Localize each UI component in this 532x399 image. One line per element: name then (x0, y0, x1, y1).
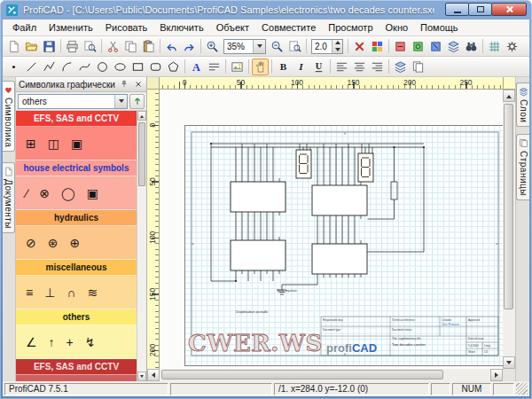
zoom-page-button[interactable] (286, 38, 303, 55)
ic-counter[interactable] (312, 182, 367, 219)
symbol-thumbnail[interactable]: ⊞ (26, 137, 36, 151)
undo-button[interactable] (163, 38, 180, 55)
symbol-category-header[interactable]: EFS, SAS and CCTV (16, 359, 137, 375)
pages-button[interactable] (410, 59, 426, 75)
horizontal-scrollbar[interactable] (147, 369, 503, 381)
tool-line-button[interactable] (23, 59, 40, 75)
ic-counter[interactable] (231, 178, 286, 215)
symbol-thumbnail[interactable]: ◫ (48, 137, 59, 151)
symbol-thumbnail[interactable]: ▣ (87, 186, 98, 200)
zoom-out-button[interactable] (269, 38, 286, 55)
symbol-thumbnail[interactable]: ≡ (26, 286, 33, 300)
scroll-down-button[interactable] (503, 356, 515, 369)
layers-button[interactable] (445, 38, 462, 55)
underline-button[interactable]: U (310, 59, 327, 75)
menu-item-Просмотр[interactable]: Просмотр (322, 20, 379, 35)
symbol-thumbnail[interactable]: ≋ (87, 286, 98, 300)
symbols-scroll-thumb[interactable] (138, 122, 145, 186)
menu-item-Файл[interactable]: Файл (6, 20, 43, 35)
close-button[interactable] (491, 3, 527, 16)
tool-image-button[interactable] (229, 59, 246, 75)
pan-hand-button[interactable] (252, 59, 269, 75)
symbol-thumbnail[interactable]: ⊘ (26, 236, 36, 250)
gear-button[interactable] (504, 38, 520, 55)
tool-field-button[interactable] (206, 59, 223, 75)
sym-green-button[interactable] (410, 38, 426, 55)
symbol-category-header[interactable]: EFS, SAS and CCTV (16, 111, 137, 127)
ruler-corner-button[interactable] (147, 77, 160, 90)
ic-decoder[interactable] (231, 237, 286, 274)
new-page-button[interactable] (5, 38, 22, 55)
tool-dot-button[interactable] (5, 59, 22, 75)
symbol-thumbnail[interactable]: ⊕ (69, 236, 80, 250)
vertical-scroll-thumb[interactable] (504, 104, 513, 309)
align-center-button[interactable] (351, 59, 368, 75)
symbol-thumbnail[interactable]: ⊥ (44, 286, 55, 300)
print-button[interactable] (64, 38, 81, 55)
grid-button[interactable] (486, 38, 503, 55)
line-width-spinner[interactable]: 2.0 (311, 39, 343, 54)
binoculars-button[interactable] (463, 38, 480, 55)
menu-item-Рисовать[interactable]: Рисовать (99, 20, 154, 35)
vertical-scrollbar[interactable] (503, 90, 515, 369)
symbol-thumbnail[interactable]: ∠ (26, 335, 37, 349)
menu-item-Совместите[interactable]: Совместите (255, 20, 322, 35)
seven-segment-display[interactable] (296, 150, 311, 178)
sym-blue-button[interactable] (427, 38, 444, 55)
symbol-category-header[interactable]: hydraulics (16, 210, 137, 226)
preview-button[interactable] (82, 38, 98, 55)
combo-dropdown-icon[interactable] (114, 95, 127, 108)
tab-pages[interactable]: Страницы (516, 134, 529, 200)
tab-documents[interactable]: Документы (3, 162, 15, 233)
pin-icon[interactable] (118, 79, 129, 90)
menu-item-Изменить[interactable]: Изменить (43, 20, 99, 35)
symbol-thumbnail[interactable]: ◯ (61, 186, 75, 200)
symbols-group-combobox[interactable]: others (18, 94, 128, 109)
copy-button[interactable] (122, 38, 139, 55)
symbol-thumbnail[interactable]: ∕ (26, 186, 27, 200)
tool-rounded-rect-button[interactable] (147, 59, 164, 75)
open-folder-button[interactable] (23, 38, 40, 55)
symbols-scroll-up-button[interactable] (137, 111, 146, 121)
menu-item-Помощь[interactable]: Помощь (414, 20, 465, 35)
ic-decoder[interactable] (312, 240, 367, 278)
symbol-thumbnail[interactable]: ⊛ (48, 236, 59, 250)
menu-item-Включить[interactable]: Включить (153, 20, 209, 35)
tool-text-button[interactable]: A (188, 59, 205, 75)
seven-segment-display[interactable] (358, 153, 373, 182)
symbol-thumbnail[interactable]: ▣ (71, 137, 82, 151)
tool-arc-button[interactable] (59, 59, 75, 75)
spinner-buttons[interactable] (332, 40, 342, 53)
align-left-button[interactable] (333, 59, 350, 75)
save-floppy-button[interactable] (41, 38, 58, 55)
align-right-button[interactable] (369, 59, 386, 75)
maximize-button[interactable] (468, 3, 492, 16)
minimize-button[interactable] (445, 3, 469, 16)
title-bar[interactable]: ProfiCAD - [C:\Users\Public\Documents\Pr… (0, 0, 532, 20)
group-up-button[interactable] (129, 94, 145, 109)
symbol-category-header[interactable]: house electrical symbols (16, 160, 137, 176)
drawing-page[interactable]: Mena impulzov Dvojdekadove pocitadlo Res… (184, 125, 503, 366)
symbol-thumbnail[interactable]: ⊗ (39, 186, 50, 200)
tool-rect-button[interactable] (129, 59, 146, 75)
redo-button[interactable] (181, 38, 198, 55)
palette-button[interactable] (369, 38, 386, 55)
scroll-up-button[interactable] (503, 90, 515, 102)
symbols-scroll-down-button[interactable] (137, 372, 146, 381)
horizontal-scroll-thumb[interactable] (161, 370, 443, 379)
paste-button[interactable] (140, 38, 157, 55)
menu-item-Объект[interactable]: Объект (210, 20, 255, 35)
zoom-combobox[interactable]: 35% (223, 39, 266, 54)
symbol-category-header[interactable]: miscellaneous (16, 260, 137, 276)
zoom-in-button[interactable] (204, 38, 221, 55)
scroll-right-button[interactable] (490, 369, 503, 381)
tool-ellipse-button[interactable] (112, 59, 129, 75)
symbol-thumbnail[interactable]: ↯ (85, 335, 96, 349)
symbol-thumbnail[interactable]: ↑ (49, 335, 55, 349)
canvas-viewport[interactable]: Mena impulzov Dvojdekadove pocitadlo Res… (160, 90, 503, 369)
italic-button[interactable]: I (293, 59, 309, 75)
symbols-scrollbar[interactable] (137, 111, 146, 381)
tab-symbols[interactable]: Символика (3, 81, 15, 152)
tool-polyline-button[interactable] (41, 59, 58, 75)
scroll-left-button[interactable] (147, 369, 160, 381)
